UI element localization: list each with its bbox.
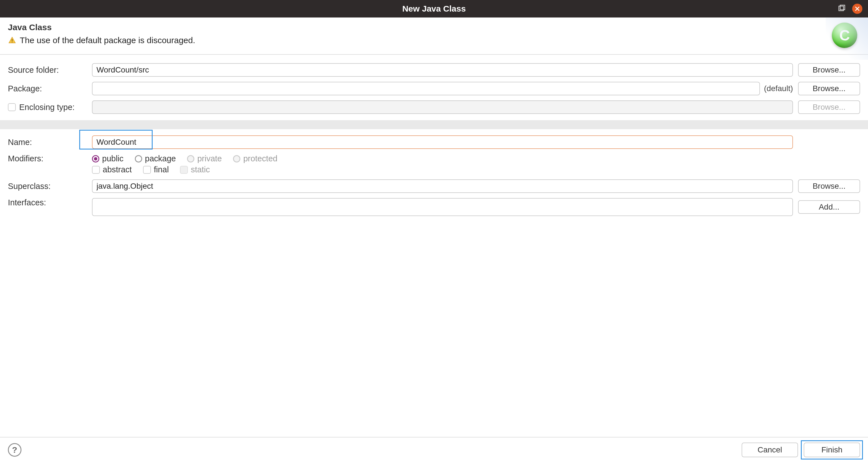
warning-row: The use of the default package is discou… bbox=[8, 35, 195, 45]
modifier-public-radio[interactable]: public bbox=[92, 154, 124, 163]
enclosing-type-checkbox[interactable] bbox=[8, 103, 16, 111]
package-input[interactable] bbox=[92, 82, 760, 95]
radio-icon bbox=[92, 155, 99, 162]
page-title: Java Class bbox=[8, 23, 195, 32]
browse-package-button[interactable]: Browse... bbox=[798, 82, 860, 95]
warning-icon bbox=[8, 36, 17, 44]
checkbox-icon bbox=[92, 166, 100, 174]
label-superclass: Superclass: bbox=[8, 182, 87, 191]
svg-rect-5 bbox=[12, 42, 12, 42]
label-name: Name: bbox=[8, 137, 87, 147]
modifier-label: protected bbox=[243, 154, 277, 163]
dialog-footer: ? Cancel Finish bbox=[0, 437, 868, 464]
interfaces-list[interactable] bbox=[92, 198, 793, 216]
modifier-final-checkbox[interactable]: final bbox=[143, 165, 169, 174]
source-folder-input[interactable] bbox=[92, 63, 793, 77]
label-enclosing-type: Enclosing type: bbox=[19, 103, 75, 112]
dialog-header: Java Class The use of the default packag… bbox=[0, 18, 868, 55]
label-package: Package: bbox=[8, 84, 87, 93]
class-badge-icon: C bbox=[832, 23, 857, 48]
modifier-label: abstract bbox=[103, 165, 132, 174]
label-interfaces: Interfaces: bbox=[8, 198, 87, 207]
checkbox-icon bbox=[143, 166, 151, 174]
superclass-input[interactable] bbox=[92, 179, 793, 193]
enclosing-type-row: Enclosing type: bbox=[8, 103, 87, 112]
window-title: New Java Class bbox=[0, 4, 868, 13]
package-default-hint: (default) bbox=[764, 84, 793, 93]
name-input[interactable] bbox=[92, 135, 793, 149]
modifiers-block: publicpackageprivateprotected abstractfi… bbox=[92, 154, 793, 174]
section-divider bbox=[0, 120, 868, 129]
modifier-private-radio: private bbox=[187, 154, 222, 163]
help-icon[interactable]: ? bbox=[8, 443, 22, 457]
radio-icon bbox=[233, 155, 240, 162]
browse-source-folder-button[interactable]: Browse... bbox=[798, 63, 860, 77]
svg-rect-4 bbox=[12, 39, 12, 41]
browse-enclosing-type-button: Browse... bbox=[798, 100, 860, 114]
modifier-static-checkbox: static bbox=[180, 165, 210, 174]
radio-icon bbox=[187, 155, 194, 162]
browse-superclass-button[interactable]: Browse... bbox=[798, 179, 860, 193]
modifier-label: package bbox=[145, 154, 176, 163]
window-controls bbox=[838, 4, 862, 14]
checkbox-icon bbox=[180, 166, 188, 174]
modifier-package-radio[interactable]: package bbox=[135, 154, 176, 163]
label-source-folder: Source folder: bbox=[8, 65, 87, 75]
radio-icon bbox=[135, 155, 142, 162]
form-body: Source folder: Browse... Package: (defau… bbox=[0, 55, 868, 437]
close-icon[interactable] bbox=[852, 4, 862, 14]
maximize-icon[interactable] bbox=[838, 5, 845, 13]
modifier-label: final bbox=[154, 165, 169, 174]
cancel-button[interactable]: Cancel bbox=[742, 442, 798, 457]
enclosing-type-input bbox=[92, 100, 793, 114]
modifier-label: public bbox=[102, 154, 124, 163]
modifier-protected-radio: protected bbox=[233, 154, 277, 163]
finish-button[interactable]: Finish bbox=[804, 442, 860, 457]
modifier-label: private bbox=[197, 154, 222, 163]
modifier-abstract-checkbox[interactable]: abstract bbox=[92, 165, 132, 174]
titlebar: New Java Class bbox=[0, 0, 868, 18]
modifier-label: static bbox=[191, 165, 210, 174]
warning-text: The use of the default package is discou… bbox=[20, 35, 195, 45]
add-interface-button[interactable]: Add... bbox=[798, 200, 860, 214]
label-modifiers: Modifiers: bbox=[8, 154, 87, 163]
